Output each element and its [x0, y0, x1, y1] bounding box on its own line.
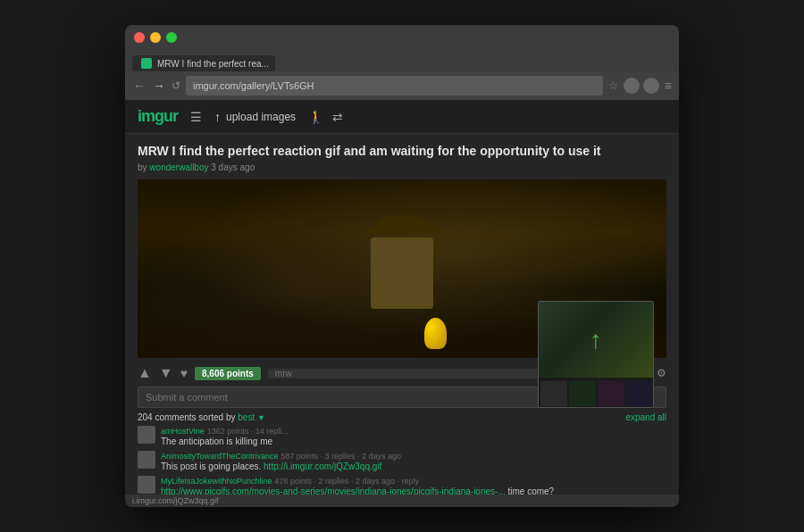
hover-url: i.imgur.com/jQZw3qq.gif [132, 496, 219, 505]
browser-icons [624, 78, 659, 94]
vote-down-button[interactable]: ▼ [159, 365, 173, 381]
comment-username[interactable]: AnimosityTowardTheContrivance [161, 452, 279, 461]
scene-figure [348, 215, 456, 358]
nav-icons: 🚶 ⇄ [308, 110, 343, 124]
popup-thumb-image: ↑ [539, 302, 653, 378]
upload-label[interactable]: upload images [226, 111, 296, 123]
comment-username[interactable]: MyLifeIsaJokewithNoPunchline [161, 477, 272, 486]
comment-text: http://www.picgifs.com/movies-and-series… [161, 486, 666, 495]
maximize-button[interactable] [166, 32, 177, 43]
browser-window: MRW I find the perfect rea... ✕ ← → ↺ ☆ … [125, 25, 679, 507]
comment-text: The anticipation is killing me [161, 436, 666, 447]
imgur-logo[interactable]: imgur [138, 107, 178, 126]
comment-username[interactable]: amHostVine [161, 427, 205, 436]
idol [424, 318, 447, 349]
comment-text: This post is going places. http://i.imgu… [161, 461, 666, 472]
comment-avatar [138, 451, 155, 469]
time-ago: 3 days ago [211, 162, 255, 172]
reload-button[interactable]: ↺ [172, 79, 180, 92]
comment-meta: 1362 points · 14 repli... [207, 427, 289, 436]
back-button[interactable]: ← [132, 79, 147, 93]
forward-button[interactable]: → [152, 79, 166, 93]
shuffle-icon[interactable]: ⇄ [332, 110, 343, 124]
popup-arrow-icon: ↑ [590, 326, 602, 354]
expand-all-button[interactable]: expand all [625, 412, 666, 422]
minimize-button[interactable] [150, 32, 161, 43]
tooltip-bar: i.imgur.com/jQZw3qq.gif [125, 495, 679, 507]
comment-item: AnimosityTowardTheContrivance 587 points… [138, 451, 666, 472]
comment-item: amHostVine 1362 points · 14 repli... The… [138, 426, 666, 447]
page-main: MRW I find the perfect reaction gif and … [125, 134, 679, 495]
comment-item: MyLifeIsaJokewithNoPunchline 478 points … [138, 476, 666, 495]
strip-thumb [598, 381, 624, 406]
vote-up-button[interactable]: ▲ [138, 365, 152, 381]
settings-icon[interactable]: ⚙ [657, 367, 666, 379]
comment-body: AnimosityTowardTheContrivance 587 points… [161, 451, 666, 472]
sort-link[interactable]: best [238, 412, 255, 422]
strip-thumb [626, 381, 653, 406]
profile-icon [624, 78, 640, 94]
post-meta: by wonderwallboy 3 days ago [138, 162, 666, 172]
comment-section-wrapper: 204 comments sorted by best ▼ expand all… [138, 387, 666, 495]
post-title: MRW I find the perfect reaction gif and … [138, 143, 666, 159]
popup-thumbnail: ↑ [538, 301, 654, 408]
by-label: by [138, 162, 147, 172]
comment-body: amHostVine 1362 points · 14 repli... The… [161, 426, 666, 447]
favorite-button[interactable]: ♥ [180, 366, 188, 380]
comment-body: MyLifeIsaJokewithNoPunchline 478 points … [161, 476, 666, 495]
comments-header: 204 comments sorted by best ▼ expand all [138, 412, 666, 422]
title-bar [125, 25, 679, 50]
tab-label: MRW I find the perfect rea... [157, 59, 269, 69]
close-button[interactable] [134, 32, 145, 43]
comment-meta: 478 points · 2 replies · 2 days ago · re… [274, 477, 419, 486]
tab-bar: MRW I find the perfect rea... ✕ [125, 50, 679, 71]
browser-menu-icon[interactable]: ≡ [665, 79, 672, 93]
strip-thumb [540, 381, 567, 406]
strip-thumb [569, 381, 596, 406]
comment-count: 204 comments sorted by [138, 412, 236, 422]
upload-section: ↑ upload images [214, 110, 296, 124]
points-badge: 8,606 points [195, 367, 261, 380]
page-content: imgur ☰ ↑ upload images 🚶 ⇄ MRW I find t… [125, 100, 679, 507]
extension-icon [643, 78, 659, 94]
browser-tab[interactable]: MRW I find the perfect rea... ✕ [132, 55, 275, 71]
comment-link[interactable]: http://i.imgur.com/jQZw3qq.gif [264, 461, 381, 471]
bookmark-icon[interactable]: ☆ [608, 79, 618, 92]
address-bar: ← → ↺ ☆ ≡ [125, 71, 679, 100]
tab-favicon [141, 58, 152, 69]
hat [375, 215, 429, 233]
sort-arrow[interactable]: ▼ [257, 413, 265, 422]
person-icon[interactable]: 🚶 [308, 110, 323, 124]
comment-avatar [138, 476, 155, 494]
torso [371, 237, 433, 309]
comment-link-2[interactable]: http://www.picgifs.com/movies-and-series… [161, 486, 506, 495]
comment-avatar [138, 426, 155, 444]
upload-icon: ↑ [214, 110, 221, 124]
url-input[interactable] [186, 76, 603, 96]
author-link[interactable]: wonderwallboy [149, 162, 208, 172]
comment-meta: 587 points · 3 replies · 2 days ago [281, 452, 401, 461]
popup-strip [539, 378, 653, 408]
imgur-header: imgur ☰ ↑ upload images 🚶 ⇄ [125, 100, 679, 134]
hamburger-icon[interactable]: ☰ [190, 110, 202, 124]
